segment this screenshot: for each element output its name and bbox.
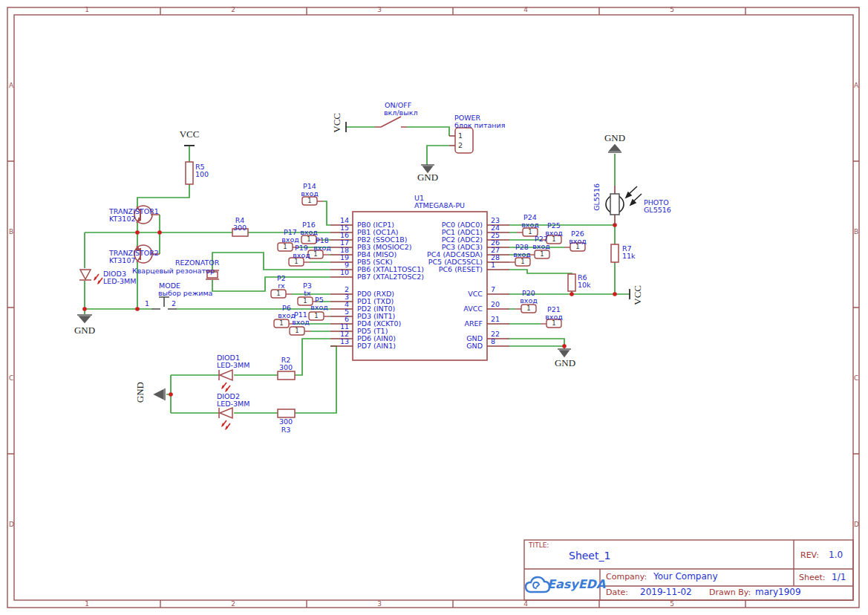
frame-col-label-bottom: 5: [670, 600, 674, 608]
ic-part: ATMEGA8A-PU: [414, 202, 465, 209]
connector-pin-P14: 1: [302, 198, 317, 204]
frame-col-label-top: 3: [377, 6, 382, 13]
mode-value: выбор режима: [158, 290, 212, 297]
sheet-value: 1/1: [832, 572, 846, 582]
r3-ref: R3: [281, 426, 291, 434]
frame-col-label-top: 4: [523, 6, 528, 13]
resistor-r6[interactable]: [568, 274, 575, 291]
led-diod2[interactable]: [219, 408, 232, 430]
r7-value: 11k: [622, 253, 636, 260]
frame-row-label-right: A: [854, 82, 858, 89]
connector-pin-P21: 1: [546, 320, 561, 327]
connector-pin-P6: 1: [274, 320, 289, 327]
ic-pin-number: 20: [491, 301, 500, 308]
ic-pin-number: 8: [491, 338, 495, 345]
connector-pin-P2: 1: [271, 290, 286, 297]
r4-value: 300: [233, 224, 247, 232]
resistor-r2[interactable]: [278, 371, 295, 380]
frame-row-label-left: A: [9, 82, 13, 89]
q1-value: KT3102: [109, 215, 135, 223]
vcc-label-top-mid: VCC: [332, 113, 342, 133]
easyeda-logo-icon: [526, 577, 549, 592]
d2-value: LED-3MM: [217, 400, 249, 408]
connector-pin-P19: 1: [289, 258, 304, 265]
ic-pin-name-PB7: PB7 (XTAL2TOSC2): [357, 273, 424, 281]
ic-pin-number: 13: [330, 338, 349, 345]
frame-col-label-bottom: 1: [85, 600, 89, 608]
frame-row-label-right: D: [854, 521, 859, 528]
frame-row-label-left: C: [9, 374, 13, 382]
connector-pin-P20: 1: [521, 305, 536, 312]
d1-value: LED-3MM: [217, 362, 249, 369]
frame-col-label-bottom: 3: [377, 600, 382, 608]
ic-pin-name-GND: GND: [386, 342, 483, 350]
led-diod3[interactable]: [79, 270, 102, 284]
rev-value: 1.0: [829, 550, 843, 560]
onoff-value: вкл/выкл: [384, 109, 418, 117]
date-value: 2019-11-02: [640, 587, 692, 597]
gnd-label-ic-right: GND: [555, 358, 575, 368]
sheet-title: Sheet_1: [569, 550, 610, 562]
ic-pin-name-AREF: AREF: [386, 320, 483, 328]
connector-pin-P5: 1: [309, 313, 324, 319]
date-label: Date:: [606, 588, 628, 597]
mode-pin1: 1: [145, 300, 149, 308]
frame-col-label-top: 1: [85, 6, 89, 13]
drawn-by-label: Drawn By:: [709, 588, 751, 597]
r2-value: 300: [279, 364, 293, 371]
ic-pin-name-AVCC: AVCC: [386, 305, 483, 313]
resistor-r3[interactable]: [278, 409, 295, 417]
resistor-r5[interactable]: [186, 162, 193, 184]
led-diod1[interactable]: [219, 370, 232, 392]
ic-pin-number: 21: [491, 316, 500, 323]
title-label: TITLE:: [529, 541, 549, 549]
connector-sub-P2: rx: [278, 282, 284, 290]
frame-row-label-left: D: [9, 521, 14, 528]
photo-body-label: GL5516: [593, 183, 601, 211]
light-arrows-icon: [626, 186, 642, 205]
connector-pin-P16: 1: [301, 236, 316, 243]
connector-sub-P27: вход: [532, 243, 550, 250]
connector-pin-P28: 1: [515, 258, 530, 265]
r3-value: 300: [279, 418, 293, 426]
easyeda-logo-text: EasyEDA: [547, 577, 605, 591]
frame-col-label-bottom: 4: [523, 600, 528, 608]
ic-pin-number: 10: [330, 269, 349, 276]
connector-sub-P20: вход: [520, 297, 538, 305]
ic-pin-number: 7: [491, 286, 495, 293]
frame-row-label-right: B: [854, 228, 858, 235]
company-label: Company:: [606, 572, 647, 582]
frame-col-label-bottom: 2: [231, 600, 235, 608]
r6-value: 10k: [578, 282, 591, 289]
resistor-r7[interactable]: [611, 244, 619, 262]
drawn-by-value: mary1909: [755, 587, 801, 597]
onoff-switch[interactable]: [375, 117, 407, 127]
ic-pin-name-PC6: PC6 (RESET): [386, 266, 483, 273]
gnd-label-top-right: GND: [604, 133, 625, 143]
power-pin1: 1: [458, 132, 463, 140]
power-pin2: 2: [458, 142, 463, 149]
gnd-label-power: GND: [417, 172, 438, 182]
q2-value: KT3107: [109, 257, 135, 264]
connector-sub-P5: вход: [310, 304, 328, 311]
connector-pin-P11: 1: [290, 328, 304, 334]
gnd-label-bottom-left: GND: [74, 325, 95, 335]
ic-pin-name-VCC: VCC: [386, 290, 483, 298]
d3-value: LED-3MM: [103, 278, 136, 285]
r5-value: 100: [195, 171, 209, 178]
schematic-canvas: 1122334455AABBCCDD U1 ATMEGA8A-PU PB0 (I…: [0, 0, 868, 615]
photoresistor-gl5516[interactable]: [606, 186, 642, 225]
frame-col-label-top: 5: [670, 6, 674, 13]
power-value: блок питания: [454, 122, 505, 129]
company-value: Your Company: [653, 571, 718, 582]
connector-pin-P27: 1: [535, 251, 549, 258]
vcc-label-right: VCC: [633, 285, 642, 305]
frame-col-label-top: 2: [231, 6, 235, 13]
gnd-label-led: GND: [135, 382, 145, 403]
connector-pin-P26: 1: [570, 244, 585, 250]
rev-label: REV:: [800, 550, 819, 560]
vcc-label-top-left: VCC: [180, 129, 200, 139]
ic-pin-number: 1: [491, 261, 495, 269]
connector-sub-P3: tx: [304, 290, 310, 297]
frame-row-label-left: B: [9, 228, 13, 235]
